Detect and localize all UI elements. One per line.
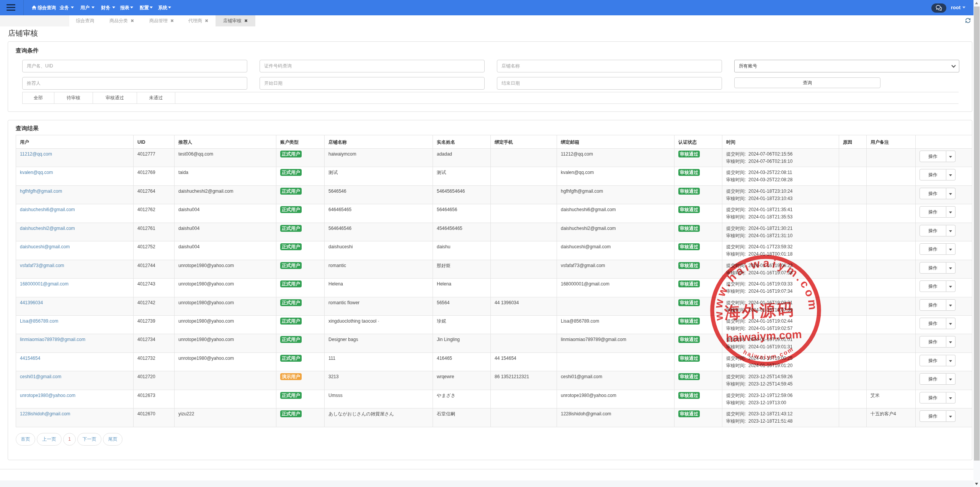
svg-text:haiwaiym.com: haiwaiym.com <box>726 328 802 344</box>
svg-text:海外源码: 海外源码 <box>724 300 795 322</box>
